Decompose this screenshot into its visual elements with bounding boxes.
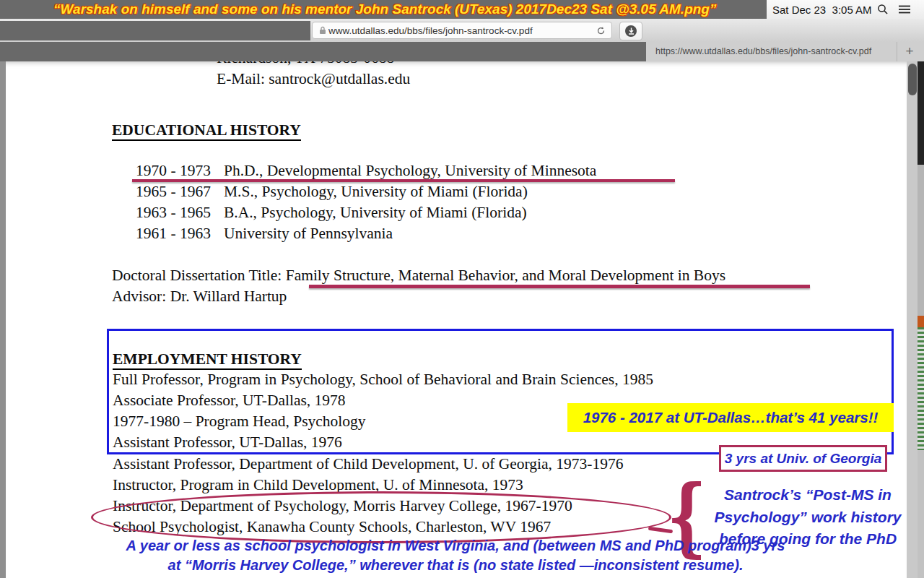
education-row: 1963 - 1965B.A., Psychology, University …	[136, 204, 527, 222]
employment-row: Full Professor, Program in Psychology, S…	[113, 371, 653, 389]
refresh-icon[interactable]	[594, 21, 607, 40]
education-heading: EDUCATIONAL HISTORY	[112, 121, 301, 139]
georgia-note-text: 3 yrs at Univ. of Georgia	[725, 451, 882, 467]
browser-tab-bar: https://www.utdallas.edu/bbs/files/john-…	[0, 42, 924, 61]
dissertation-underline-annotation	[309, 285, 810, 288]
advisor-line: Advisor: Dr. Willard Hartup	[112, 288, 287, 306]
screenshot-filename-title: “Warshak on himself and some on his ment…	[53, 0, 716, 19]
background-window-sliver	[918, 61, 924, 165]
tab-title[interactable]: https://www.utdallas.edu/bbs/files/john-…	[655, 42, 871, 61]
phd-row-underline-annotation	[132, 179, 675, 182]
new-tab-button[interactable]: +	[897, 42, 922, 61]
url-text: www.utdallas.edu/bbs/files/john-santrock…	[328, 25, 594, 36]
gray-redaction-overlay	[0, 42, 646, 61]
background-window-left-edge	[0, 61, 6, 578]
education-row: 1970 - 1973Ph.D., Developmental Psycholo…	[136, 162, 596, 180]
gray-redaction-overlay	[0, 21, 310, 40]
menu-bar-clock[interactable]: Sat Dec 23 3:05 AM	[767, 4, 872, 16]
download-button[interactable]	[619, 22, 642, 40]
education-row: 1961 - 1963University of Pennsylvania	[136, 225, 393, 243]
employment-row: Assistant Professor, UT-Dallas, 1976	[113, 434, 342, 452]
dissertation-line: Doctoral Dissertation Title: Family Stru…	[112, 267, 725, 285]
employment-heading: EMPLOYMENT HISTORY	[113, 350, 302, 368]
padlock-icon	[317, 21, 328, 40]
search-icon[interactable]	[872, 0, 894, 19]
screenshot-root: Richardson, TX 75083-0688 E-Mail: santro…	[0, 0, 924, 578]
yellow-highlight-annotation: 1976 - 2017 at UT-Dallas…that’s 41 years…	[567, 403, 894, 432]
browser-toolbar: www.utdallas.edu/bbs/files/john-santrock…	[0, 19, 924, 43]
employment-row: Associate Professor, UT-Dallas, 1978	[113, 392, 346, 410]
menu-bar-status-area: Sat Dec 23 3:05 AM	[767, 0, 924, 19]
email-line: E-Mail: santrock@utdallas.edu	[217, 70, 410, 88]
background-window-sliver	[918, 450, 924, 578]
address-bar[interactable]: www.utdallas.edu/bbs/files/john-santrock…	[312, 22, 612, 39]
highlight-note-text: 1976 - 2017 at UT-Dallas…that’s 41 years…	[583, 409, 879, 426]
background-window-sliver	[918, 327, 924, 450]
scrollbar-thumb[interactable]	[908, 64, 917, 95]
background-window-sliver	[918, 165, 924, 316]
download-icon	[625, 25, 637, 37]
bottom-note-annotation: A year or less as school psychologist in…	[72, 536, 839, 575]
georgia-note-box-annotation: 3 yrs at Univ. of Georgia	[719, 445, 887, 472]
employment-row: Assistant Professor, Department of Child…	[113, 455, 624, 473]
employment-row: 1977-1980 – Program Head, Psychology	[113, 413, 366, 431]
background-window-sliver	[918, 316, 924, 327]
education-row: 1965 - 1967M.S., Psychology, University …	[136, 183, 528, 201]
notification-center-icon[interactable]	[894, 0, 915, 19]
